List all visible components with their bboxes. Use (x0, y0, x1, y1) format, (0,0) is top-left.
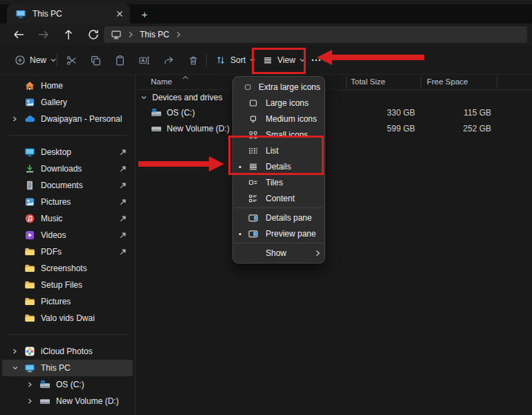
sidebar-item-this-pc[interactable]: This PC (2, 360, 133, 376)
os-drive-icon (39, 379, 51, 390)
chevron-right-icon[interactable] (12, 116, 17, 122)
sidebar-item-pdfs[interactable]: PDFs (2, 243, 133, 260)
column-divider[interactable] (421, 76, 421, 89)
chevron-right-icon[interactable] (27, 381, 33, 388)
pin-icon[interactable] (119, 165, 127, 173)
icloud-photos-icon (24, 346, 35, 357)
sidebar-item-documents[interactable]: Documents (2, 177, 133, 194)
menu-item-preview-pane[interactable]: • Preview pane (233, 225, 324, 241)
address-bar[interactable]: This PC (104, 26, 527, 43)
large-icons-icon (248, 98, 259, 109)
sidebar-item-gallery[interactable]: Gallery (2, 94, 133, 111)
free-space-value: 252 GB (421, 124, 491, 133)
sidebar-item-home[interactable]: Home (2, 77, 133, 94)
plus-circle-icon (15, 55, 26, 66)
menu-item-large-icons[interactable]: Large icons (233, 95, 324, 111)
column-header-name[interactable]: Name (151, 77, 172, 86)
menu-item-tiles[interactable]: Tiles (233, 174, 324, 190)
menu-item-label: Content (266, 194, 320, 203)
sidebar-item-label: Setup Files (41, 280, 133, 290)
up-icon[interactable] (59, 26, 77, 43)
sidebar-item-label: Documents (41, 181, 119, 190)
toolbar-divider (57, 53, 57, 67)
chevron-right-icon[interactable] (27, 398, 33, 405)
menu-item-show[interactable]: Show (233, 245, 324, 261)
annotation-box-list-details (228, 136, 324, 175)
delete-button[interactable] (183, 50, 203, 70)
sidebar-item-pictures[interactable]: Pictures (2, 194, 133, 210)
cut-button[interactable] (61, 50, 82, 70)
total-size-value: 330 GB (346, 108, 415, 118)
breadcrumb[interactable]: This PC (140, 30, 169, 39)
sidebar-item-label: Desktop (41, 147, 119, 157)
sidebar-item-label: Pictures (41, 197, 119, 207)
sidebar-item-screenshots[interactable]: Screenshots (2, 260, 133, 277)
annotation-arrow-to-more-button (317, 50, 424, 65)
menu-item-medium-icons[interactable]: Medium icons (233, 111, 324, 127)
sidebar-item-os-c[interactable]: OS (C:) (2, 376, 133, 393)
pin-icon[interactable] (119, 198, 127, 206)
pin-icon[interactable] (119, 214, 127, 223)
sidebar-item-music[interactable]: Music (2, 210, 133, 227)
new-tab-button[interactable]: + (136, 6, 154, 22)
new-button[interactable]: New (10, 50, 61, 70)
menu-item-label: Large icons (266, 98, 320, 108)
chevron-right-icon[interactable] (176, 31, 181, 38)
folder-icon (24, 279, 35, 290)
column-header-free-space[interactable]: Free Space (427, 77, 468, 86)
details-pane-icon (248, 212, 259, 223)
pin-icon[interactable] (119, 231, 127, 239)
paste-button[interactable] (109, 50, 130, 70)
toolbar-divider (206, 53, 207, 67)
sidebar-item-new-volume-d[interactable]: New Volume (D:) (2, 393, 133, 409)
sidebar-item-pictures-folder[interactable]: Pictures (2, 293, 133, 310)
chevron-down-icon[interactable] (140, 95, 147, 100)
monitor-icon (15, 8, 26, 19)
file-row-new-volume-d[interactable]: New Volume (D:) 599 GB 252 GB (136, 121, 532, 136)
menu-item-details-pane[interactable]: Details pane (233, 210, 324, 225)
pin-icon[interactable] (119, 248, 127, 256)
folder-icon (24, 263, 35, 274)
back-icon[interactable] (10, 26, 28, 43)
trash-icon (187, 55, 199, 66)
chevron-down-icon[interactable] (12, 365, 19, 371)
pin-icon[interactable] (119, 148, 127, 156)
rename-button[interactable] (134, 50, 154, 70)
pin-icon[interactable] (119, 181, 127, 190)
sidebar-item-label: Downloads (41, 164, 119, 174)
sidebar-item-valo-vids[interactable]: Valo vids Dwai (2, 310, 133, 326)
menu-item-label: Medium icons (266, 114, 320, 124)
tab-close-icon[interactable] (115, 9, 125, 19)
file-name: OS (C:) (167, 108, 195, 118)
videos-icon (24, 230, 35, 241)
sidebar-divider (8, 334, 128, 335)
sidebar-item-setup-files[interactable]: Setup Files (2, 277, 133, 293)
preview-pane-icon (248, 228, 259, 239)
file-row-os-c[interactable]: OS (C:) 330 GB 115 GB (136, 105, 532, 120)
gallery-icon (24, 97, 35, 108)
extra-large-icons-icon (244, 82, 251, 93)
menu-divider (235, 208, 323, 208)
file-list-pane: Name Total Size Free Space Devices and d… (136, 75, 532, 415)
pictures-icon (24, 196, 35, 208)
group-header-devices-and-drives[interactable]: Devices and drives (140, 91, 222, 104)
column-divider[interactable] (346, 76, 347, 89)
forward-icon[interactable] (35, 26, 53, 43)
copy-button[interactable] (85, 50, 106, 70)
sidebar-item-downloads[interactable]: Downloads (2, 160, 133, 177)
sidebar-item-onedrive[interactable]: Dwaipayan - Personal (2, 111, 133, 127)
tab-this-pc[interactable]: This PC (7, 4, 130, 24)
sidebar-item-desktop[interactable]: Desktop (2, 144, 133, 160)
sidebar-item-videos[interactable]: Videos (2, 227, 133, 243)
share-button[interactable] (158, 50, 178, 70)
menu-item-extra-large-icons[interactable]: Extra large icons (233, 79, 324, 95)
menu-item-content[interactable]: Content (233, 190, 324, 206)
title-bar: This PC + (0, 0, 532, 24)
column-divider[interactable] (497, 76, 497, 89)
chevron-right-icon[interactable] (12, 348, 17, 355)
refresh-icon[interactable] (84, 26, 102, 43)
column-header-total-size[interactable]: Total Size (351, 77, 385, 86)
sidebar-item-label: Dwaipayan - Personal (41, 114, 133, 124)
sidebar-item-label: OS (C:) (56, 380, 133, 389)
sidebar-item-icloud-photos[interactable]: iCloud Photos (2, 343, 133, 360)
